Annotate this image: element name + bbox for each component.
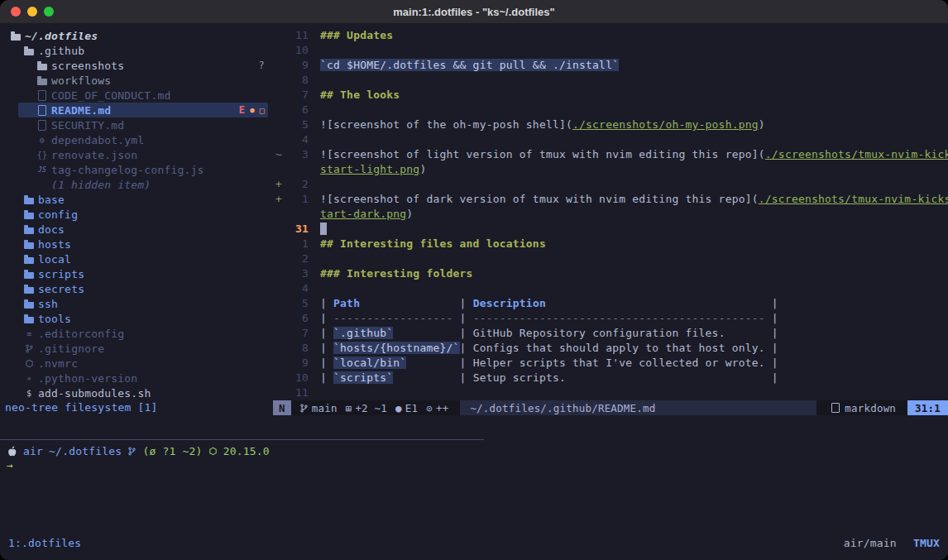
line-text: tart-dark.png) <box>320 207 413 222</box>
tree-item-secrets[interactable]: secrets <box>0 281 273 296</box>
tree-item-local[interactable]: local <box>0 251 273 266</box>
tree-item-code-of-conduct-md[interactable]: CODE_OF_CONDUCT.md <box>0 88 273 103</box>
editor-line[interactable]: 11### Updates <box>273 28 948 43</box>
editor-line[interactable]: 8| `hosts/{hostname}/`| Configs that sho… <box>273 341 948 356</box>
tree-item-editorconfig[interactable]: ≡.editorconfig <box>0 326 273 341</box>
text-segment: | <box>460 342 473 354</box>
tree-item-workflows[interactable]: workflows <box>0 73 273 88</box>
editor-line[interactable]: 6 <box>273 103 948 117</box>
tree-item-config[interactable]: config <box>0 207 273 222</box>
tree-item-scripts[interactable]: scripts <box>0 266 273 281</box>
editor-line[interactable]: +2 <box>273 177 948 192</box>
editor-line[interactable]: tart-dark.png) <box>273 207 948 222</box>
editor-line[interactable]: 10| `scripts` | Setup scripts. | <box>273 371 948 385</box>
editor-line[interactable]: ~3![screenshot of light version of tmux … <box>273 147 948 162</box>
text-segment: Path <box>333 297 360 309</box>
editor-line[interactable]: 7## The looks <box>273 88 948 103</box>
folder-icon <box>23 195 35 204</box>
text-segment: ) <box>759 118 765 131</box>
gutter <box>273 296 287 311</box>
folder-icon <box>23 225 35 234</box>
line-text: ## The looks <box>320 88 400 103</box>
editor-line[interactable]: 31 <box>273 222 948 237</box>
editor-line[interactable]: 1## Interesting files and locations <box>273 237 948 251</box>
editor-pane[interactable]: 11### Updates109`cd $HOME/.dotfiles && g… <box>273 23 948 400</box>
tree-item-add-submodules-sh[interactable]: $add-submodules.sh <box>0 385 273 400</box>
tree-item-docs[interactable]: docs <box>0 222 273 237</box>
text-segment: Configs that should apply to that host o… <box>473 342 772 354</box>
close-button[interactable] <box>11 7 21 17</box>
zoom-button[interactable] <box>44 7 54 17</box>
editor-line[interactable]: 4 <box>273 281 948 296</box>
tree-item-base[interactable]: base <box>0 192 273 207</box>
git-untracked-badge: ? <box>259 60 265 71</box>
editor-line[interactable]: 8 <box>273 73 948 88</box>
editor-line[interactable]: 5![screenshot of the oh-my-posh shell](.… <box>273 117 948 132</box>
tree-item-label: SECURITY.md <box>51 119 124 132</box>
titlebar[interactable]: main:1:.dotfiles - "ks~/.dotfiles" <box>0 0 948 24</box>
gutter <box>273 73 287 88</box>
tree-item-1-hidden-item[interactable]: (1 hidden item) <box>0 177 273 192</box>
folder-icon <box>10 31 22 41</box>
line-number <box>287 162 309 177</box>
editor-line[interactable]: 4 <box>273 132 948 147</box>
nvim-statusline: N main ⊞ +2 ~1 ● E1 ⊙ ++ ~/ <box>273 400 948 415</box>
tree-item-dotfiles[interactable]: ~/.dotfiles <box>0 28 273 43</box>
folder-icon <box>23 270 35 279</box>
editor-line[interactable]: start-light.png) <box>273 162 948 177</box>
editor-line[interactable]: 9`cd $HOME/.dotfiles && git pull && ./in… <box>273 58 948 73</box>
neotree-rows: ~/.dotfiles.githubscreenshots?workflowsC… <box>0 23 273 400</box>
minimize-button[interactable] <box>27 7 37 17</box>
tree-item-dependabot-yml[interactable]: ⚙dependabot.yml <box>0 132 273 147</box>
git-diff: ⊞ +2 ~1 <box>346 402 387 414</box>
gear-icon: ⚙ <box>36 136 48 145</box>
line-number: 2 <box>287 177 309 192</box>
tree-item-badges: ? <box>259 60 265 71</box>
editor-line[interactable]: 3### Interesting folders <box>273 266 948 281</box>
tmux-right: air/main TMUX <box>844 537 940 549</box>
neotree-status: neo-tree filesystem [1] <box>0 400 278 415</box>
tree-item-tools[interactable]: tools <box>0 311 273 326</box>
gutter <box>273 88 287 103</box>
statusline-left: main ⊞ +2 ~1 ● E1 ⊙ ++ <box>299 402 449 414</box>
tmux-pane-divider[interactable] <box>0 439 484 440</box>
text-segment: `.github` <box>333 327 393 339</box>
text-segment: ### Updates <box>320 29 393 41</box>
tree-item-readme-md[interactable]: README.mdE●□ <box>0 103 273 117</box>
tree-item-ssh[interactable]: ssh <box>0 296 273 311</box>
tree-item-tag-changelog-config-js[interactable]: JStag-changelog-config.js <box>0 162 273 177</box>
neotree-sidebar[interactable]: ~/.dotfiles.githubscreenshots?workflowsC… <box>0 23 273 400</box>
editor-line[interactable]: 5| Path | Description | <box>273 296 948 311</box>
editor-line[interactable]: 9| `local/bin` | Helper scripts that I'v… <box>273 356 948 371</box>
tree-item-nvmrc[interactable]: .nvmrc <box>0 356 273 371</box>
editor-line[interactable]: +1![screenshot of dark version of tmux w… <box>273 192 948 207</box>
editor-line[interactable]: 6| ------------------ | ----------------… <box>273 311 948 326</box>
text-segment: ./screenshots/tmux-nvim-kick <box>765 148 948 160</box>
tree-item-gitignore[interactable]: .gitignore <box>0 341 273 356</box>
tmux-window-label[interactable]: 1:.dotfiles <box>8 537 81 549</box>
tree-item-hosts[interactable]: hosts <box>0 237 273 251</box>
file-icon <box>36 90 48 101</box>
gutter <box>273 341 287 356</box>
status-extra: ⊙ ++ <box>426 402 448 414</box>
tree-item-github[interactable]: .github <box>0 43 273 58</box>
line-number: 7 <box>287 326 309 341</box>
editor-line[interactable]: 2 <box>273 251 948 266</box>
file-icon <box>36 105 48 116</box>
folder-icon <box>36 61 48 70</box>
editor-line[interactable]: 10 <box>273 43 948 58</box>
editor-line[interactable]: 7| `.github` | GitHub Repository configu… <box>273 326 948 341</box>
editor-line[interactable]: 11 <box>273 385 948 400</box>
text-segment: | <box>772 371 778 384</box>
tree-item-python-version[interactable]: ∗.python-version <box>0 371 273 385</box>
gutter <box>273 132 287 147</box>
gutter <box>273 103 287 117</box>
shell-pane[interactable]: air ~/.dotfiles (ø ?1 ~2) 20.15.0 → <box>7 443 270 473</box>
mode-indicator: N <box>273 400 291 415</box>
tree-item-screenshots[interactable]: screenshots? <box>0 58 273 73</box>
tree-item-security-md[interactable]: SECURITY.md <box>0 117 273 132</box>
tree-item-renovate-json[interactable]: {}renovate.json <box>0 147 273 162</box>
tmux-session-info: air/main <box>844 537 897 549</box>
git-diff-stats: +2 ~1 <box>355 402 387 414</box>
folder-icon <box>23 46 35 55</box>
